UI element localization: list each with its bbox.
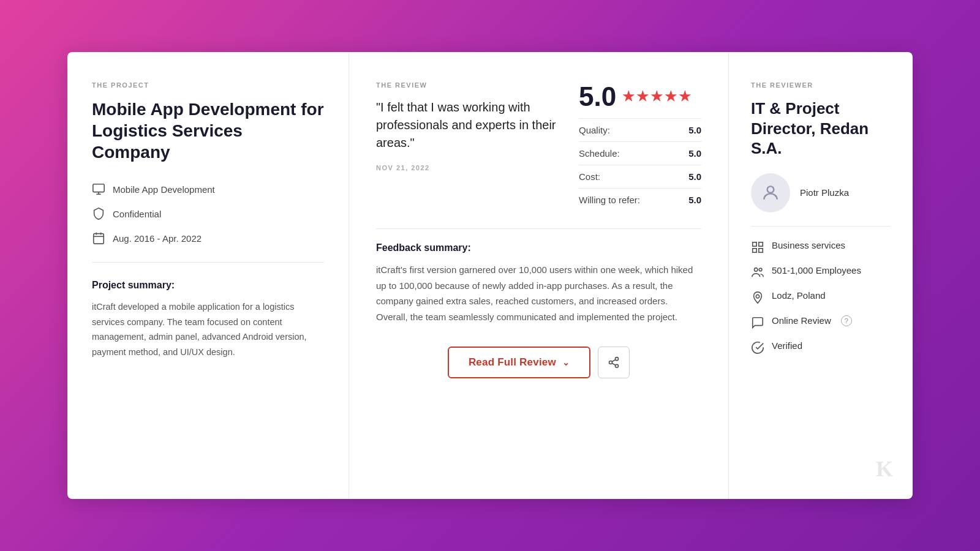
info-location: Lodz, Poland [751, 290, 891, 304]
info-employees: 501-1,000 Employees [751, 265, 891, 279]
rating-number: 5.0 [579, 81, 616, 112]
monitor-icon [92, 182, 105, 196]
review-date: NOV 21, 2022 [376, 164, 559, 171]
stars: ★ ★ ★ ★ ★ [622, 89, 691, 105]
cost-label: Cost: [579, 171, 600, 182]
info-online-review-text: Online Review [772, 315, 831, 326]
svg-line-10 [612, 363, 616, 365]
svg-line-11 [612, 359, 616, 361]
schedule-value: 5.0 [688, 148, 701, 159]
refer-label: Willing to refer: [579, 195, 640, 205]
check-circle-icon [751, 341, 764, 354]
meta-date: Aug. 2016 - Apr. 2022 [92, 231, 324, 245]
info-verified-text: Verified [772, 340, 802, 351]
schedule-label: Schedule: [579, 148, 620, 159]
star-3: ★ [650, 89, 663, 105]
rating-score: 5.0 ★ ★ ★ ★ ★ [579, 81, 701, 112]
info-verified: Verified [751, 340, 891, 354]
right-divider [751, 226, 891, 227]
chat-icon [751, 316, 764, 329]
svg-rect-16 [759, 248, 763, 252]
svg-point-9 [616, 364, 619, 367]
project-column: THE PROJECT Mobile App Development for L… [67, 52, 349, 499]
chevron-down-icon: ⌄ [562, 358, 570, 367]
review-header: THE REVIEW "I felt that I was working wi… [376, 81, 701, 211]
info-business-text: Business services [772, 240, 845, 250]
refer-value: 5.0 [688, 195, 701, 205]
people-icon [751, 266, 764, 279]
svg-point-19 [756, 294, 760, 298]
info-location-text: Lodz, Poland [772, 290, 826, 301]
svg-point-18 [759, 268, 762, 271]
meta-service-text: Mobile App Development [113, 184, 215, 195]
read-full-review-label: Read Full Review [469, 356, 556, 369]
location-icon [751, 291, 764, 304]
review-column: THE REVIEW "I felt that I was working wi… [349, 52, 729, 499]
summary-text: itCraft developed a mobile application f… [92, 299, 324, 360]
svg-rect-3 [94, 234, 104, 244]
avatar [751, 173, 790, 212]
meta-date-text: Aug. 2016 - Apr. 2022 [113, 233, 202, 244]
read-full-review-button[interactable]: Read Full Review ⌄ [448, 347, 590, 378]
reviewer-column: THE REVIEWER IT & Project Director, Reda… [729, 52, 913, 499]
cost-value: 5.0 [688, 171, 701, 182]
summary-label: Project summary: [92, 280, 324, 291]
quality-value: 5.0 [688, 125, 701, 135]
svg-point-7 [616, 358, 619, 361]
k-watermark: K [876, 456, 893, 482]
rating-refer: Willing to refer: 5.0 [579, 188, 701, 211]
meta-confidential: Confidential [92, 207, 324, 220]
share-icon [608, 356, 620, 369]
rating-schedule: Schedule: 5.0 [579, 141, 701, 165]
building-icon [751, 241, 764, 254]
left-divider [92, 262, 324, 263]
info-employees-text: 501-1,000 Employees [772, 265, 861, 276]
reviewer-person-name: Piotr Pluzka [800, 187, 849, 198]
mid-divider [376, 228, 701, 229]
avatar-row: Piotr Pluzka [751, 173, 891, 212]
shield-icon [92, 207, 105, 220]
calendar-icon [92, 231, 105, 245]
meta-confidential-text: Confidential [113, 209, 161, 219]
svg-rect-0 [93, 184, 104, 192]
rating-box: 5.0 ★ ★ ★ ★ ★ Quality: 5.0 Schedule: 5.0 [579, 81, 701, 211]
review-card: THE PROJECT Mobile App Development for L… [67, 52, 913, 499]
review-quote-section: THE REVIEW "I felt that I was working wi… [376, 81, 559, 171]
svg-rect-13 [753, 242, 756, 246]
feedback-text: itCraft's first version garnered over 10… [376, 262, 701, 324]
project-section-label: THE PROJECT [92, 81, 324, 89]
star-1: ★ [622, 89, 635, 105]
rating-quality: Quality: 5.0 [579, 118, 701, 141]
svg-rect-15 [753, 248, 756, 252]
svg-point-12 [767, 186, 774, 193]
svg-rect-14 [759, 242, 763, 246]
share-button[interactable] [598, 347, 630, 378]
feedback-label: Feedback summary: [376, 242, 701, 253]
star-4: ★ [665, 89, 677, 105]
meta-service: Mobile App Development [92, 182, 324, 196]
reviewer-section-label: THE REVIEWER [751, 81, 891, 89]
question-icon: ? [841, 315, 852, 326]
reviewer-job-title: IT & Project Director, Redan S.A. [751, 99, 891, 159]
review-quote-text: "I felt that I was working with professi… [376, 99, 559, 152]
star-2: ★ [636, 89, 649, 105]
button-row: Read Full Review ⌄ [376, 347, 701, 378]
info-online-review: Online Review ? [751, 315, 891, 329]
info-business: Business services [751, 240, 891, 254]
svg-point-17 [755, 268, 758, 271]
person-icon [761, 183, 780, 203]
star-5: ★ [679, 89, 691, 105]
svg-point-8 [609, 361, 612, 364]
project-title: Mobile App Development for Logistics Ser… [92, 99, 324, 163]
quality-label: Quality: [579, 125, 610, 135]
review-section-label: THE REVIEW [376, 81, 559, 89]
rating-cost: Cost: 5.0 [579, 165, 701, 188]
